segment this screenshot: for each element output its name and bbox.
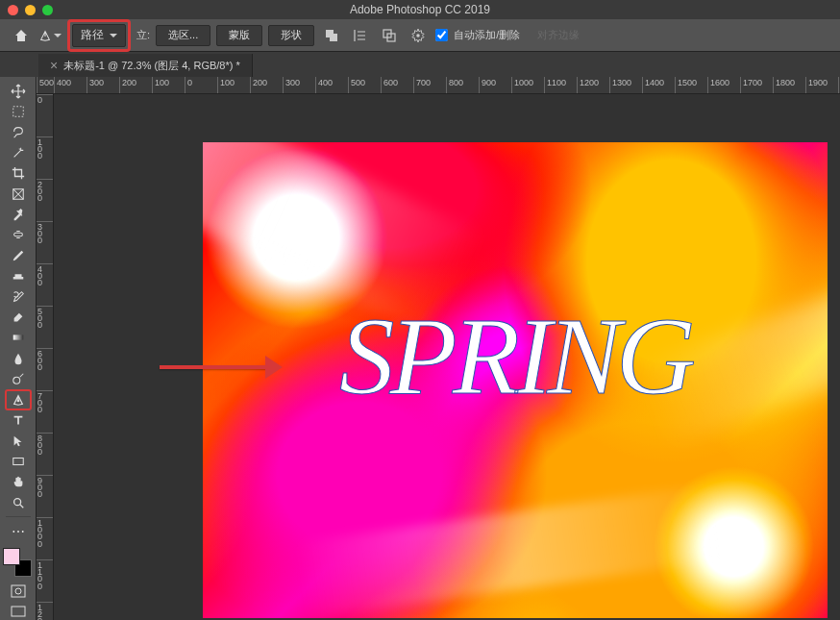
foreground-color-swatch[interactable] <box>3 548 20 565</box>
ruler-tick-label: 200 <box>253 78 267 87</box>
ruler-tick-label: 1000 <box>514 78 533 87</box>
ruler-tick-label: 200 <box>37 182 42 203</box>
document-tabs: × 未标题-1 @ 72.3% (图层 4, RGB/8*) * <box>0 52 840 77</box>
ruler-tick-label: 300 <box>89 78 104 87</box>
zoom-tool[interactable] <box>5 492 32 512</box>
ruler-tick-label: 800 <box>37 435 42 457</box>
make-label: 立: <box>136 28 150 42</box>
clone-stamp-tool[interactable] <box>5 266 32 286</box>
mode-dropdown-label: 路径 <box>81 27 104 43</box>
gear-icon[interactable] <box>407 24 430 47</box>
home-icon[interactable] <box>10 24 33 47</box>
svg-rect-13 <box>12 585 25 597</box>
tools-panel: ⋯ <box>0 77 37 620</box>
ruler-tick-label: 400 <box>57 78 71 87</box>
type-tool[interactable] <box>5 410 32 431</box>
make-selection-button[interactable]: 选区... <box>156 25 210 46</box>
eraser-tool[interactable] <box>5 307 32 327</box>
toolbar-divider <box>6 516 31 517</box>
ruler-tick-label: 1700 <box>743 78 762 87</box>
ruler-tick-label: 700 <box>416 78 431 87</box>
ruler-tick-label: 500 <box>37 309 42 330</box>
svg-point-12 <box>13 498 20 505</box>
auto-add-delete-input[interactable] <box>435 29 448 41</box>
path-arrange-icon[interactable] <box>378 24 401 47</box>
crop-tool[interactable] <box>5 163 32 184</box>
eyedropper-tool[interactable] <box>5 204 32 224</box>
rectangle-tool[interactable] <box>5 451 32 471</box>
marquee-tool[interactable] <box>5 101 32 121</box>
document-canvas[interactable]: SPRING <box>203 142 828 618</box>
ruler-tick-label: 100 <box>37 139 42 161</box>
ruler-tick-label: 1100 <box>37 562 42 590</box>
ruler-tick-label: 1000 <box>37 520 42 548</box>
make-shape-button[interactable]: 形状 <box>268 25 314 46</box>
active-tool-icon[interactable] <box>38 24 62 47</box>
ruler-tick-label: 300 <box>285 78 300 87</box>
path-align-icon[interactable] <box>349 24 372 47</box>
pen-tool[interactable] <box>5 389 32 410</box>
ruler-tick-label: 300 <box>37 224 42 245</box>
dodge-tool[interactable] <box>5 368 32 388</box>
ruler-tick-label: 1800 <box>776 78 795 87</box>
svg-rect-11 <box>12 459 23 465</box>
quick-mask-toggle[interactable] <box>7 583 30 601</box>
ruler-tick-label: 1500 <box>678 78 697 87</box>
svg-point-14 <box>15 588 21 594</box>
svg-rect-15 <box>12 607 25 616</box>
ruler-tick-label: 1600 <box>710 78 729 87</box>
mode-dropdown[interactable]: 路径 <box>72 24 126 47</box>
ruler-tick-label: 400 <box>318 78 333 87</box>
history-brush-tool[interactable] <box>5 286 32 307</box>
close-tab-icon[interactable]: × <box>50 58 58 73</box>
frame-tool[interactable] <box>5 184 32 204</box>
path-selection-tool[interactable] <box>5 431 32 451</box>
ruler-tick-label: 700 <box>37 393 42 414</box>
blur-tool[interactable] <box>5 348 32 368</box>
svg-rect-8 <box>12 335 23 340</box>
svg-point-4 <box>416 34 420 37</box>
ruler-tick-label: 900 <box>37 478 42 499</box>
ruler-tick-label: 600 <box>37 351 42 372</box>
ruler-tick-label: 400 <box>37 266 42 287</box>
make-mask-button[interactable]: 蒙版 <box>216 25 262 46</box>
ruler-tick-label: 100 <box>220 78 235 87</box>
path-op-combine-icon[interactable] <box>320 24 343 47</box>
ruler-vertical[interactable]: 0100200300400500600700800900100011001200… <box>37 94 54 620</box>
document-tab[interactable]: × 未标题-1 @ 72.3% (图层 4, RGB/8*) * <box>38 54 253 77</box>
svg-rect-5 <box>12 107 23 117</box>
gradient-tool[interactable] <box>5 328 32 348</box>
ruler-tick-label: 600 <box>383 78 398 87</box>
screen-mode-button[interactable] <box>7 602 30 620</box>
align-edges-label: 对齐边缘 <box>537 28 580 42</box>
svg-point-9 <box>12 377 19 384</box>
ruler-tick-label: 0 <box>187 78 192 87</box>
edit-toolbar-button[interactable]: ⋯ <box>5 521 32 541</box>
svg-point-10 <box>17 400 19 402</box>
ruler-tick-label: 800 <box>449 78 463 87</box>
healing-brush-tool[interactable] <box>5 225 32 245</box>
ruler-tick-label: 1100 <box>547 78 566 87</box>
canvas-text-layer: SPRING <box>203 293 828 420</box>
ruler-horizontal[interactable]: 5004003002001000100200300400500600700800… <box>37 77 840 94</box>
ruler-tick-label: 1900 <box>808 78 828 87</box>
chevron-down-icon <box>54 34 62 37</box>
color-swatches[interactable] <box>3 548 34 577</box>
lasso-tool[interactable] <box>5 122 32 142</box>
ruler-tick-label: 500 <box>351 78 365 87</box>
ruler-tick-label: 200 <box>122 78 136 87</box>
svg-rect-7 <box>13 234 22 237</box>
ruler-tick-label: 1200 <box>580 78 599 87</box>
ruler-tick-label: 0 <box>37 97 42 104</box>
document-tab-title: 未标题-1 @ 72.3% (图层 4, RGB/8*) * <box>63 59 240 73</box>
auto-add-delete-checkbox[interactable]: 自动添加/删除 <box>435 28 520 42</box>
magic-wand-tool[interactable] <box>5 142 32 162</box>
hand-tool[interactable] <box>5 472 32 492</box>
app-title: Adobe Photoshop CC 2019 <box>0 3 840 16</box>
ruler-tick-label: 1200 <box>37 605 42 620</box>
canvas-area[interactable]: SPRING <box>54 94 840 620</box>
brush-tool[interactable] <box>5 245 32 265</box>
options-bar: 路径 立: 选区... 蒙版 形状 自动添加/删除 对齐边缘 <box>0 19 840 52</box>
move-tool[interactable] <box>5 81 32 101</box>
ruler-tick-label: 500 <box>39 78 54 87</box>
